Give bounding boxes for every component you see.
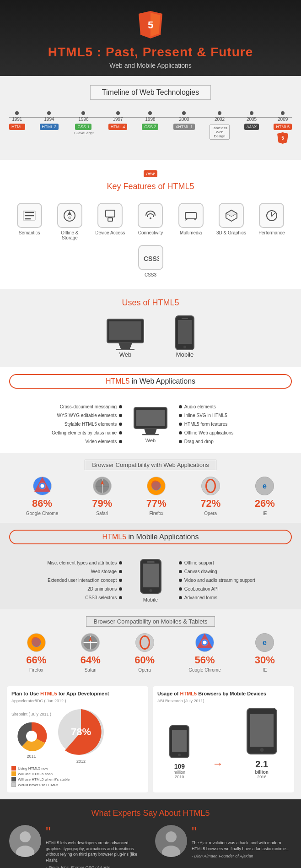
feature-dot <box>179 440 182 443</box>
web-center-label: Web <box>145 438 156 443</box>
timeline-item-1998: 1998 CSS 2 <box>142 111 158 146</box>
feature-label: CSS3 <box>145 272 156 277</box>
svg-rect-47 <box>143 564 159 587</box>
web-browser-compat: Browser Compatibility with Web Applicati… <box>0 453 301 523</box>
svg-rect-73 <box>250 714 274 747</box>
expert-quote-container-jobs: " HTML5 lets web developers create advan… <box>46 825 146 868</box>
svg-point-74 <box>260 748 263 752</box>
browser-safari-mobile: 64% Safari <box>80 632 101 673</box>
feature-item: CSS3 selectors <box>9 593 122 602</box>
browser-name: Firefox <box>29 667 43 673</box>
mobile-center-phone <box>138 558 163 595</box>
mobile-apps-title: HTML5 in Mobile Applications <box>9 530 292 544</box>
phone-2016-year: 2016 <box>245 775 279 779</box>
feature-item: GeoLocation API <box>179 585 292 593</box>
timeline-dot <box>182 111 186 115</box>
page-title: HTML5 : Past, Present & Future <box>5 45 296 60</box>
svg-point-25 <box>183 346 186 348</box>
web-center-monitor <box>132 406 169 435</box>
experts-row: " HTML5 lets web developers create advan… <box>9 825 292 868</box>
svg-point-48 <box>149 589 152 592</box>
plan-usage-section: Plan to Use HTML5 for App Development Ap… <box>0 679 301 799</box>
svg-text:5: 5 <box>148 19 153 31</box>
feature-item: Cross-document messaging <box>9 402 122 411</box>
timeline-year: 2002 <box>215 117 225 122</box>
mobile-compat-title: Browser Compatibility on Mobiles & Table… <box>86 616 215 627</box>
mobile-apps-features: Misc. element types and attributes Web s… <box>9 558 292 602</box>
svg-point-34 <box>40 484 44 488</box>
svg-text:e: e <box>263 482 267 490</box>
timeline-dot <box>250 111 253 115</box>
feature-dot <box>119 561 122 564</box>
svg-point-10 <box>150 217 151 219</box>
feature-item: 2D animations <box>9 585 122 593</box>
feature-label: Multimedia <box>180 230 202 235</box>
year-2011-label: 2011 <box>11 754 51 759</box>
svg-rect-11 <box>185 212 196 219</box>
timeline-tag-html4: HTML 4 <box>108 124 128 130</box>
browser-name: Google Chrome <box>188 667 221 673</box>
phone-2016-unit: billion <box>245 770 279 775</box>
timeline-tag-html: HTML <box>9 124 25 130</box>
feature-item: Drag and drop <box>179 437 292 446</box>
feature-3d-graphics: 3D & Graphics <box>215 203 247 240</box>
legend-item-3: Will use HTML5 when it's stable <box>11 777 144 781</box>
timeline-tag-html5: HTML5 <box>274 124 292 130</box>
feature-label: Semantics <box>19 230 40 235</box>
feature-item: Offline support <box>179 559 292 567</box>
svg-rect-24 <box>178 320 192 344</box>
usage-box-title: Usage of HTML5 Browsers by Mobile Device… <box>157 691 290 696</box>
mobile-apps-left: Misc. element types and attributes Web s… <box>9 559 122 602</box>
browser-safari: 79% Safari <box>92 476 113 516</box>
timeline-extra-js: + JavaScript <box>73 131 93 135</box>
browser-name: IE <box>263 511 267 516</box>
mobile-icon <box>173 315 196 351</box>
browser-name: Opera <box>138 667 151 673</box>
feature-connectivity: Connectivity <box>134 203 167 240</box>
timeline-title: Timeline of Web Technologies <box>90 85 211 100</box>
performance-icon <box>259 203 284 228</box>
timeline-year: 2005 <box>247 117 257 122</box>
browser-compat-title: Browser Compatibility with Web Applicati… <box>85 460 216 470</box>
svg-rect-70 <box>172 730 187 752</box>
feature-item: Video and audio streaming support <box>179 576 292 585</box>
timeline-container: 1991 HTML 1994 HTML 2 1996 CSS 1 + JavaS… <box>9 107 292 151</box>
mobile-browser-row: 66% Firefox 64% Safari 60% <box>9 632 292 673</box>
svg-text:e: e <box>263 639 267 646</box>
timeline-year: 2009 <box>278 117 288 122</box>
feature-item: Audio elements <box>179 402 292 411</box>
new-badge: new <box>144 170 157 177</box>
timeline-dot <box>218 111 221 115</box>
web-apps-title: HTML5 in Web Applications <box>9 374 292 389</box>
phone-2010: 109 million 2010 <box>168 724 191 779</box>
usage-box: Usage of HTML5 Browsers by Mobile Device… <box>153 686 294 792</box>
features-title: Key Features of HTML5 <box>9 182 292 191</box>
main-content: Timeline of Web Technologies 1991 HTML 1… <box>0 76 301 868</box>
browser-percent: 66% <box>26 654 46 666</box>
3d-graphics-icon <box>219 203 244 228</box>
feature-dot <box>119 405 122 408</box>
sitepoint-source: Sitepoint ( July 2011 ) <box>11 712 51 716</box>
svg-text:5: 5 <box>281 136 284 141</box>
opera-icon <box>200 476 221 496</box>
timeline-year: 1997 <box>113 117 123 122</box>
feature-css3: CSS3 CSS3 <box>134 245 167 277</box>
features-section: new Key Features of HTML5 Semantics G Of… <box>0 160 301 289</box>
phone-2010-unit: million <box>168 770 191 775</box>
timeline-box-tableless: TablelessWebDesign <box>210 125 229 140</box>
plan-source-2: Appcelerator/IDC ( Jan 2012 ) <box>11 699 144 703</box>
browser-name: Safari <box>85 667 97 673</box>
phone-2016-number: 2.1 <box>245 759 279 770</box>
browser-chrome: 86% Google Chrome <box>26 476 59 516</box>
timeline-year: 1996 <box>78 117 88 122</box>
feature-performance: Performance <box>256 203 288 240</box>
legend-item-4: Would never use HTML5 <box>11 782 144 787</box>
feature-offline-storage: G Offline & Storage <box>54 203 86 240</box>
timeline-dot <box>81 111 85 115</box>
feature-item: Inline SVG in HTML5 <box>179 411 292 420</box>
feature-item: Offline Web applications <box>179 429 292 437</box>
svg-point-62 <box>203 641 206 645</box>
timeline-item-2002: 2002 TablelessWebDesign <box>210 111 229 146</box>
timeline-year: 1998 <box>145 117 155 122</box>
svg-rect-49 <box>147 561 155 563</box>
